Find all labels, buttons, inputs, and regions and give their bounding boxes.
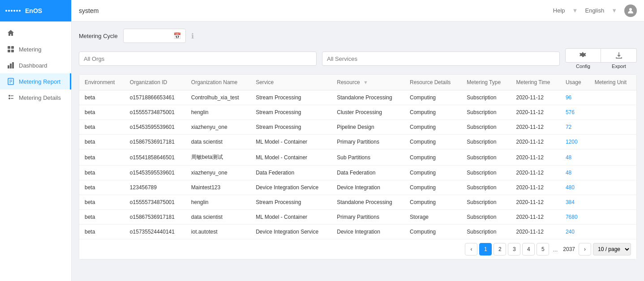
table-row: beta o15541858646501 周敏beta测试 ML Model -… xyxy=(79,149,636,166)
col-usage: Usage xyxy=(560,75,589,90)
svg-rect-6 xyxy=(12,62,14,68)
services-search-input[interactable] xyxy=(322,51,560,66)
cell-usage[interactable]: 72 xyxy=(560,120,589,135)
cell-service: ML Model - Container xyxy=(250,135,331,149)
cell-org-name: 周敏beta测试 xyxy=(186,149,250,166)
cell-org-name: xiazhenyu_one xyxy=(186,120,250,135)
page-size-select[interactable]: 10 / page 20 / page 50 / page xyxy=(593,243,631,255)
date-input-field[interactable]: 2020-11 xyxy=(128,33,171,39)
table-row: beta o15555734875001 henglin Stream Proc… xyxy=(79,105,636,120)
cell-environment: beta xyxy=(79,90,125,105)
cell-metering-type: Subscription xyxy=(461,135,511,149)
date-picker[interactable]: 2020-11 📅 xyxy=(123,29,186,43)
svg-rect-1 xyxy=(11,46,14,49)
metering-icon xyxy=(7,46,14,53)
cell-service: Device Integration Service xyxy=(250,180,331,195)
cell-usage[interactable]: 7680 xyxy=(560,210,589,225)
cell-metering-time: 2020-11-12 xyxy=(511,135,560,149)
help-button[interactable]: Help xyxy=(553,7,565,14)
sidebar-item-metering-details[interactable]: Metering Details xyxy=(0,89,71,106)
cell-org-name: henglin xyxy=(186,105,250,120)
svg-point-15 xyxy=(629,8,632,11)
cell-resource-details: Computing xyxy=(404,195,461,210)
cell-environment: beta xyxy=(79,135,125,149)
resource-filter-icon[interactable]: ▼ xyxy=(363,80,368,85)
table-header-row: Environment Organization ID Organization… xyxy=(79,75,636,90)
page-1-button[interactable]: 1 xyxy=(479,243,492,255)
cell-metering-type: Subscription xyxy=(461,120,511,135)
table-row: beta o15867536917181 data scientist ML M… xyxy=(79,210,636,225)
cell-org-name: Maintest123 xyxy=(186,180,250,195)
app-logo[interactable]: EnOS xyxy=(0,0,71,21)
cell-resource: Device Integration xyxy=(331,225,404,239)
info-icon[interactable]: ℹ xyxy=(191,32,194,40)
cell-metering-time: 2020-11-12 xyxy=(511,180,560,195)
cell-service: Device Integration Service xyxy=(250,225,331,239)
pagination: ‹ 1 2 3 4 5 ... 2037 › 10 / page 20 / pa… xyxy=(79,239,636,259)
cell-resource-details: Computing xyxy=(404,180,461,195)
cell-environment: beta xyxy=(79,195,125,210)
cell-resource-details: Storage xyxy=(404,210,461,225)
language-selector[interactable]: English xyxy=(585,7,604,14)
cell-metering-time: 2020-11-12 xyxy=(511,90,560,105)
config-label: Config xyxy=(565,64,601,69)
page-prev-button[interactable]: ‹ xyxy=(465,243,477,255)
cell-org-id: o15718866653461 xyxy=(125,90,186,105)
cell-usage[interactable]: 384 xyxy=(560,195,589,210)
cell-usage[interactable]: 1200 xyxy=(560,135,589,149)
sidebar-item-metering[interactable]: Metering xyxy=(0,41,71,57)
sidebar-nav: Metering Dashboard Metering Report Meter… xyxy=(0,21,71,281)
col-org-name: Organization Name xyxy=(186,75,250,90)
cell-resource-details: Computing xyxy=(404,135,461,149)
config-button[interactable] xyxy=(565,48,601,63)
col-metering-unit: Metering Unit xyxy=(589,75,636,90)
sidebar-item-metering-label: Metering xyxy=(19,46,42,53)
cell-metering-time: 2020-11-12 xyxy=(511,120,560,135)
cell-metering-time: 2020-11-12 xyxy=(511,225,560,239)
cell-usage[interactable]: 96 xyxy=(560,90,589,105)
cell-metering-type: Subscription xyxy=(461,180,511,195)
cell-resource-details: Computing xyxy=(404,90,461,105)
sidebar-item-metering-report[interactable]: Metering Report xyxy=(0,73,71,89)
data-table: Environment Organization ID Organization… xyxy=(79,74,637,260)
cell-resource-details: Computing xyxy=(404,166,461,180)
col-resource[interactable]: Resource ▼ xyxy=(331,75,404,90)
cell-service: ML Model - Container xyxy=(250,210,331,225)
export-button[interactable] xyxy=(601,48,637,63)
cell-org-name: iot.autotest xyxy=(186,225,250,239)
cell-resource-details: Computing xyxy=(404,105,461,120)
search-row: Config Export xyxy=(79,48,637,69)
export-label: Export xyxy=(601,64,637,69)
cell-usage[interactable]: 48 xyxy=(560,149,589,166)
cell-metering-unit xyxy=(589,120,636,135)
table-row: beta o15453595539601 xiazhenyu_one Data … xyxy=(79,166,636,180)
sidebar-item-dashboard[interactable]: Dashboard xyxy=(0,57,71,73)
col-resource-details: Resource Details xyxy=(404,75,461,90)
cell-service: Data Federation xyxy=(250,166,331,180)
cell-usage[interactable]: 480 xyxy=(560,180,589,195)
cell-metering-time: 2020-11-12 xyxy=(511,105,560,120)
page-2-button[interactable]: 2 xyxy=(494,243,506,255)
org-search-input[interactable] xyxy=(79,51,317,66)
page-next-button[interactable]: › xyxy=(579,243,591,255)
cell-org-name: Controlhub_xia_test xyxy=(186,90,250,105)
cell-metering-unit xyxy=(589,225,636,239)
cell-org-name: henglin xyxy=(186,195,250,210)
cell-usage[interactable]: 48 xyxy=(560,166,589,180)
col-environment: Environment xyxy=(79,75,125,90)
cell-metering-unit xyxy=(589,166,636,180)
page-4-button[interactable]: 4 xyxy=(522,243,535,255)
table-row: beta 123456789 Maintest123 Device Integr… xyxy=(79,180,636,195)
page-3-button[interactable]: 3 xyxy=(508,243,520,255)
cell-usage[interactable]: 576 xyxy=(560,105,589,120)
sidebar-item-home[interactable] xyxy=(0,25,71,41)
cell-resource-details: Computing xyxy=(404,120,461,135)
cell-resource: Cluster Processing xyxy=(331,105,404,120)
cell-org-name: data scientist xyxy=(186,210,250,225)
cell-metering-unit xyxy=(589,90,636,105)
user-avatar[interactable] xyxy=(624,4,637,17)
cell-org-id: o15735524440141 xyxy=(125,225,186,239)
cell-usage[interactable]: 240 xyxy=(560,225,589,239)
page-5-button[interactable]: 5 xyxy=(537,243,549,255)
sidebar: EnOS Metering Dashboard Metering Report xyxy=(0,0,72,281)
